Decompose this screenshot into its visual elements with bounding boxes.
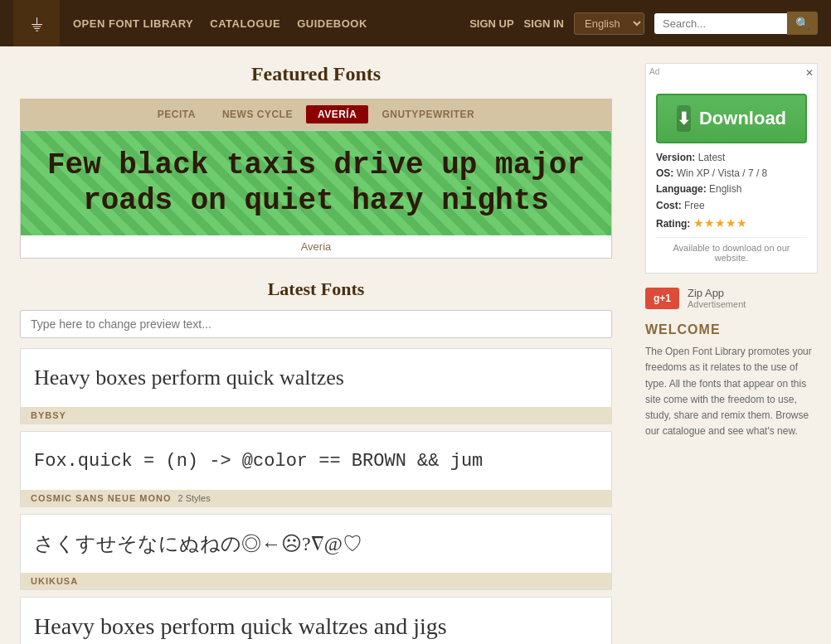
welcome-title: WELCOME (645, 322, 818, 337)
header-right: SIGN UP SIGN IN English French German Sp… (469, 12, 818, 35)
ad-close-button[interactable]: ✕ (805, 67, 814, 79)
font-sample-text: Heavy boxes perform quick waltzes and ji… (34, 613, 447, 640)
sign-in-link[interactable]: SIGN IN (524, 17, 564, 30)
font-sample-area: Heavy boxes perform quick waltzes (21, 349, 611, 407)
featured-tabs: PECITA NEWS CYCLE AVERÍA GNUTYPEWRITER (20, 99, 612, 130)
cost-label: Cost: (656, 200, 682, 211)
search-box: 🔍 (654, 12, 818, 35)
tab-averia[interactable]: AVERÍA (306, 105, 368, 123)
nav-catalogue[interactable]: CATALOGUE (210, 17, 280, 30)
zip-app-info: Zip App Advertisement (688, 287, 746, 309)
featured-font-name: Averia (21, 235, 611, 258)
font-name-label: COSMIC SANS NEUE MONO (31, 493, 172, 503)
ad-box: Ad ✕ ⬇ Download Version: Latest OS: Win … (645, 63, 818, 274)
font-sample-area: さくすせそなにぬねの◎←☹?∇@♡ (21, 515, 611, 573)
font-card: さくすせそなにぬねの◎←☹?∇@♡ UKIKUSA (20, 514, 612, 590)
gplus-button[interactable]: g+1 (645, 288, 679, 309)
font-sample-text: さくすせそなにぬねの◎←☹?∇@♡ (34, 530, 362, 557)
logo-icon: ⏚ (32, 12, 42, 34)
font-sample-text: Fox.quick = (n) -> @color == BROWN && ju… (34, 451, 483, 472)
download-arrow-icon: ⬇ (677, 105, 691, 132)
download-label: Download (699, 108, 786, 129)
ad-available-text: Available to download on our website. (656, 237, 807, 263)
language-value: English (709, 183, 741, 195)
welcome-section: WELCOME The Open Font Library promotes y… (645, 322, 818, 439)
main-content: Featured Fonts PECITA NEWS CYCLE AVERÍA … (0, 46, 831, 644)
main-nav: OPEN FONT LIBRARY CATALOGUE GUIDEBOOK (73, 17, 456, 30)
sign-up-link[interactable]: SIGN UP (469, 17, 513, 30)
font-sample-area: Heavy boxes perform quick waltzes and ji… (21, 598, 611, 644)
header: ⏚ OPEN FONT LIBRARY CATALOGUE GUIDEBOOK … (0, 0, 831, 46)
tab-news-cycle[interactable]: NEWS CYCLE (209, 105, 306, 123)
font-sample-text: Heavy boxes perform quick waltzes (34, 366, 344, 390)
font-styles-count: 2 Styles (178, 493, 211, 503)
version-value: Latest (698, 152, 726, 163)
cost-value: Free (684, 200, 705, 211)
font-name-label: BYBSY (31, 410, 66, 420)
zip-app-subtitle: Advertisement (688, 299, 746, 309)
font-name-label: UKIKUSA (31, 576, 78, 586)
font-card: Fox.quick = (n) -> @color == BROWN && ju… (20, 431, 612, 507)
font-card-footer: UKIKUSA (21, 573, 611, 589)
version-label: Version: (656, 152, 695, 163)
ad-label: Ad (649, 67, 659, 76)
nav-guidebook[interactable]: GUIDEBOOK (297, 17, 367, 30)
preview-text-input[interactable] (20, 310, 612, 338)
os-value: Win XP / Vista / 7 / 8 (677, 167, 768, 179)
font-card: Heavy boxes perform quick waltzes BYBSY (20, 348, 612, 424)
os-label: OS: (656, 167, 673, 179)
language-label: Language: (656, 183, 707, 195)
search-input[interactable] (654, 13, 787, 34)
zip-app-row: g+1 Zip App Advertisement (645, 287, 818, 309)
tab-gnutypewriter[interactable]: GNUTYPEWRITER (368, 105, 488, 123)
logo[interactable]: ⏚ (13, 0, 60, 46)
rating-label: Rating: (656, 218, 690, 230)
sidebar: Ad ✕ ⬇ Download Version: Latest OS: Win … (632, 46, 831, 644)
welcome-text: The Open Font Library promotes your free… (645, 344, 818, 439)
download-button[interactable]: ⬇ Download (656, 94, 807, 143)
ad-info: Version: Latest OS: Win XP / Vista / 7 /… (656, 150, 807, 232)
featured-sample-text: Few black taxis drive up major roads on … (46, 148, 586, 219)
font-card: Heavy boxes perform quick waltzes and ji… (20, 597, 612, 644)
featured-display: Few black taxis drive up major roads on … (20, 130, 612, 259)
tab-pecita[interactable]: PECITA (144, 105, 209, 123)
featured-fonts-title: Featured Fonts (20, 63, 612, 85)
font-card-footer: COSMIC SANS NEUE MONO 2 Styles (21, 490, 611, 506)
latest-fonts-title: Latest Fonts (20, 278, 612, 300)
rating-stars: ★★★★★ (693, 216, 747, 230)
featured-text-area: Few black taxis drive up major roads on … (21, 131, 611, 235)
content-area: Featured Fonts PECITA NEWS CYCLE AVERÍA … (0, 46, 632, 644)
nav-open-font-library[interactable]: OPEN FONT LIBRARY (73, 17, 193, 30)
zip-app-name: Zip App (688, 287, 746, 299)
font-sample-area: Fox.quick = (n) -> @color == BROWN && ju… (21, 432, 611, 490)
search-button[interactable]: 🔍 (787, 12, 818, 35)
language-selector[interactable]: English French German Spanish (574, 12, 644, 35)
font-card-footer: BYBSY (21, 407, 611, 424)
